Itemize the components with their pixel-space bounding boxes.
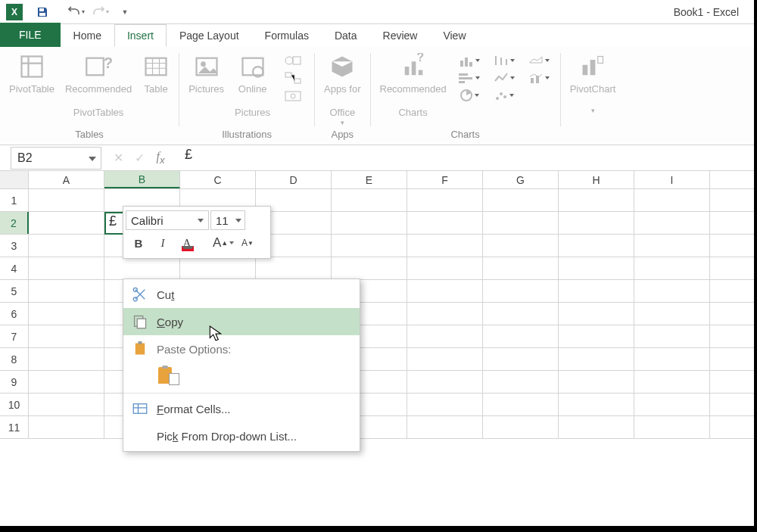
pie-chart-button[interactable]	[456, 87, 483, 103]
paste-button[interactable]	[157, 366, 179, 385]
col-D[interactable]: D	[256, 171, 332, 188]
rowheader-10[interactable]: 10	[0, 394, 29, 415]
bar-chart-button[interactable]	[456, 70, 483, 86]
cell-E3[interactable]	[332, 235, 407, 257]
col-I[interactable]: I	[634, 171, 710, 188]
tab-insert[interactable]: Insert	[114, 24, 167, 47]
cell-B2[interactable]: £	[109, 213, 117, 229]
rowheader-11[interactable]: 11	[0, 416, 29, 438]
cell-H8[interactable]	[559, 348, 634, 370]
recommended-charts-button[interactable]: ? Recommended Charts	[377, 51, 450, 120]
col-H[interactable]: H	[559, 171, 634, 188]
qat-customize-button[interactable]: ▼	[114, 3, 136, 21]
tab-data[interactable]: Data	[322, 24, 370, 47]
rowheader-8[interactable]: 8	[0, 348, 29, 370]
cell-G2[interactable]	[483, 212, 559, 234]
tab-view[interactable]: View	[430, 24, 478, 47]
cut-menu-item[interactable]: Cut	[123, 281, 360, 308]
cell-E2[interactable]	[332, 212, 407, 234]
cell-H11[interactable]	[559, 416, 634, 438]
cell-H10[interactable]	[559, 394, 634, 415]
col-E[interactable]: E	[332, 171, 407, 188]
format-cells-menu-item[interactable]: Format Cells...	[123, 395, 360, 422]
pictures-button[interactable]: Pictures	[185, 51, 227, 97]
formula-input[interactable]: £	[171, 147, 754, 170]
cell-I6[interactable]	[634, 303, 710, 325]
apps-for-office-button[interactable]: Apps for Office ▾	[321, 51, 363, 129]
col-F[interactable]: F	[407, 171, 483, 188]
cell-I3[interactable]	[634, 235, 710, 257]
tab-formulas[interactable]: Formulas	[252, 24, 322, 47]
screenshot-button[interactable]	[279, 87, 307, 103]
cell-G11[interactable]	[483, 416, 559, 438]
col-B[interactable]: B	[104, 171, 180, 188]
fx-button[interactable]: fx	[150, 150, 171, 166]
rowheader-1[interactable]: 1	[0, 189, 29, 211]
cell-H6[interactable]	[559, 303, 634, 325]
italic-button[interactable]: I	[153, 233, 173, 253]
cell-F5[interactable]	[407, 280, 483, 302]
table-button[interactable]: Table	[139, 51, 173, 97]
grow-font-button[interactable]: A▲	[213, 233, 233, 253]
cell-I7[interactable]	[634, 325, 710, 347]
tab-review[interactable]: Review	[370, 24, 431, 47]
cell-F2[interactable]	[407, 212, 483, 234]
cell-I4[interactable]	[634, 257, 710, 279]
cell-A5[interactable]	[29, 280, 104, 302]
cell-G9[interactable]	[483, 371, 559, 393]
col-A[interactable]: A	[29, 171, 104, 188]
cell-G8[interactable]	[483, 348, 559, 370]
cell-I10[interactable]	[634, 394, 710, 415]
tab-file[interactable]: FILE	[0, 23, 61, 47]
cell-C4[interactable]	[180, 257, 256, 279]
tab-home[interactable]: Home	[61, 24, 114, 47]
rowheader-2[interactable]: 2	[0, 212, 29, 234]
online-pictures-button[interactable]: Online Pictures	[232, 51, 273, 120]
cell-H9[interactable]	[559, 371, 634, 393]
font-color-button[interactable]: A	[177, 233, 197, 253]
shapes-button[interactable]	[279, 53, 307, 69]
line-chart-button[interactable]	[491, 70, 518, 86]
cell-A3[interactable]	[29, 235, 104, 257]
rowheader-9[interactable]: 9	[0, 371, 29, 393]
cell-A6[interactable]	[29, 303, 104, 325]
cell-F8[interactable]	[407, 348, 483, 370]
cell-F4[interactable]	[407, 257, 483, 279]
cell-E4[interactable]	[332, 257, 407, 279]
copy-menu-item[interactable]: Copy	[123, 308, 360, 335]
cell-H5[interactable]	[559, 280, 634, 302]
rowheader-7[interactable]: 7	[0, 325, 29, 347]
cell-G6[interactable]	[483, 303, 559, 325]
cell-H2[interactable]	[559, 212, 634, 234]
cell-H3[interactable]	[559, 235, 634, 257]
smartart-button[interactable]	[279, 70, 307, 86]
font-name-combo[interactable]: Calibri	[126, 210, 209, 230]
recommended-pivottables-button[interactable]: ? Recommended PivotTables	[62, 51, 135, 120]
rowheader-3[interactable]: 3	[0, 235, 29, 257]
combo-chart-button[interactable]	[525, 70, 553, 86]
cell-F6[interactable]	[407, 303, 483, 325]
cell-G10[interactable]	[483, 394, 559, 415]
cell-G3[interactable]	[483, 235, 559, 257]
cell-I5[interactable]	[634, 280, 710, 302]
stock-chart-button[interactable]	[491, 53, 518, 69]
cell-F11[interactable]	[407, 416, 483, 438]
tab-page-layout[interactable]: Page Layout	[167, 24, 252, 47]
cell-A10[interactable]	[29, 394, 104, 415]
cell-I1[interactable]	[634, 189, 710, 211]
name-box[interactable]: B2	[11, 147, 101, 170]
save-button[interactable]	[32, 3, 53, 21]
pivotchart-button[interactable]: PivotChart▾	[567, 51, 619, 117]
font-size-combo[interactable]: 11	[210, 210, 245, 230]
shrink-font-button[interactable]: A▼	[238, 233, 257, 253]
select-all-corner[interactable]	[0, 171, 29, 188]
cell-I11[interactable]	[634, 416, 710, 438]
cell-F7[interactable]	[407, 325, 483, 347]
cell-E1[interactable]	[332, 189, 407, 211]
cell-I8[interactable]	[634, 348, 710, 370]
enter-formula-button[interactable]: ✓	[129, 151, 150, 165]
cell-G7[interactable]	[483, 325, 559, 347]
cell-A9[interactable]	[29, 371, 104, 393]
cell-G1[interactable]	[483, 189, 559, 211]
col-C[interactable]: C	[180, 171, 256, 188]
